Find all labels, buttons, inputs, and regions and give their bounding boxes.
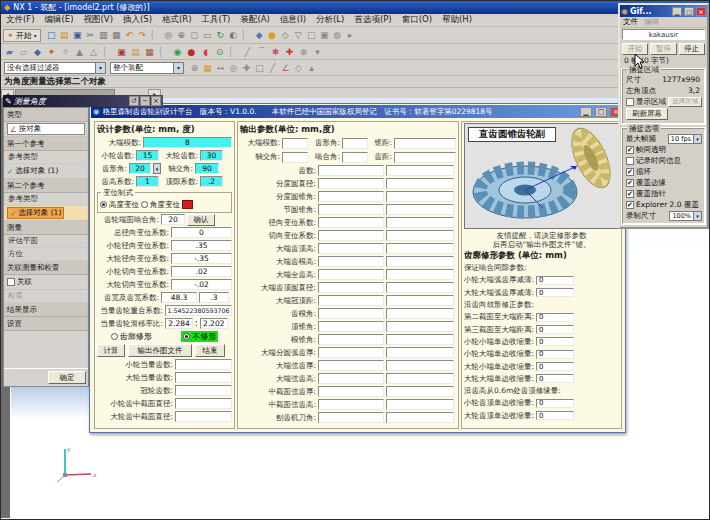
modification-input[interactable]: 0	[536, 288, 574, 297]
modification-input[interactable]: 0	[536, 325, 574, 334]
modification-input[interactable]: 0	[536, 374, 574, 383]
associate-checkbox[interactable]	[7, 278, 15, 286]
menu-item[interactable]: 插入(S)	[118, 14, 157, 26]
eval-plane-item[interactable]: 评估平面	[4, 235, 88, 248]
toolbar-icon[interactable]: ✚	[283, 45, 296, 58]
toolbar-icon[interactable]: ▤	[129, 45, 142, 58]
gear-output-field[interactable]	[386, 256, 454, 267]
chevron-down-icon[interactable]: ▾	[173, 63, 183, 73]
gear-output-field[interactable]	[386, 243, 454, 254]
pinion-output-field[interactable]	[318, 321, 384, 332]
gear-output-field[interactable]	[386, 230, 454, 241]
toolbar-icon[interactable]: ◆	[31, 45, 44, 58]
output-field[interactable]	[342, 152, 368, 163]
section-results[interactable]: 结果显示	[4, 303, 88, 317]
output-field[interactable]	[282, 152, 308, 163]
addendum-coef-input[interactable]: 1	[136, 176, 159, 187]
pinion-output-field[interactable]	[318, 178, 384, 189]
gif-menu-item[interactable]: 编辑	[644, 17, 659, 27]
menu-item[interactable]: 分析(L)	[311, 14, 349, 26]
pinion-output-field[interactable]	[318, 165, 384, 176]
modification-input[interactable]: 0	[536, 350, 574, 359]
pinion-output-field[interactable]	[318, 373, 384, 384]
calculate-button[interactable]: 计算	[97, 344, 125, 357]
menu-item[interactable]: 格式(R)	[157, 14, 197, 26]
toolbar-icon[interactable]: ◆	[253, 29, 266, 42]
modification-input[interactable]: 0	[536, 337, 574, 346]
toolbar-icon[interactable]: ✱	[269, 45, 282, 58]
pinion-output-field[interactable]	[318, 243, 384, 254]
pinion-output-field[interactable]	[318, 191, 384, 202]
toolbar-icon[interactable]: ◖	[199, 45, 212, 58]
section-type[interactable]: 类型	[4, 108, 88, 122]
param-input[interactable]	[175, 411, 232, 422]
close-icon[interactable]: ×	[696, 7, 706, 16]
toolbar-icon[interactable]: ◐	[227, 29, 240, 42]
modification-input[interactable]: 0	[536, 362, 574, 371]
start-button[interactable]: ✦ 开始 ▾	[3, 29, 41, 42]
pinion-output-field[interactable]	[318, 269, 384, 280]
assembly-scope-combo[interactable]: 整个装配 ▾	[110, 62, 184, 74]
slide-ratio2-input[interactable]: 2.202	[200, 318, 228, 329]
output-field[interactable]	[282, 138, 308, 149]
toolbar-icon[interactable]: ◇	[292, 61, 305, 74]
maximize-icon[interactable]: □	[684, 7, 694, 16]
record-size-combo[interactable]: 100% ▾	[669, 211, 702, 221]
menu-item[interactable]: 信息(I)	[275, 14, 311, 26]
menu-item[interactable]: 首选项(P)	[349, 14, 396, 26]
gear-output-field[interactable]	[386, 308, 454, 319]
measure-type-combo[interactable]: ∠ 按对象	[7, 123, 85, 135]
toolbar-icon[interactable]: ▣	[115, 45, 128, 58]
toolbar-icon[interactable]: ●	[266, 29, 279, 42]
face-width-input[interactable]: 48.3	[161, 292, 197, 303]
toolbar-icon[interactable]: □	[253, 61, 266, 74]
toolbar-icon[interactable]: ╱	[266, 61, 279, 74]
toolbar-icon[interactable]: ▲	[73, 45, 86, 58]
toolbar-icon[interactable]: ✧	[59, 45, 72, 58]
reset-icon[interactable]: ↺	[129, 96, 139, 106]
slide-ratio1-input[interactable]: 2.284	[165, 318, 193, 329]
show-region-checkbox[interactable]	[626, 98, 634, 106]
dialog-titlebar[interactable]: ◉ 格里森制齿齿轮副设计平台 版本号：V1.0.0. 本软件已经中国国家版权局登…	[91, 105, 624, 118]
modification-input[interactable]: 0	[536, 313, 574, 322]
chevron-down-icon[interactable]: ▾	[693, 135, 701, 143]
output-plot-file-button[interactable]: 输出作图文件	[128, 344, 192, 357]
toolbar-icon[interactable]: ◻	[188, 29, 201, 42]
pinion-output-field[interactable]	[318, 399, 384, 410]
toolbar-icon[interactable]: ▸	[344, 29, 357, 42]
toolbar-icon[interactable]: ◎	[162, 29, 175, 42]
gear-output-field[interactable]	[386, 360, 454, 371]
minimize-icon[interactable]: ▁	[580, 107, 592, 117]
pinion-output-field[interactable]	[318, 360, 384, 371]
menu-item[interactable]: 装配(A)	[235, 14, 274, 26]
toolbar-icon[interactable]: ↶	[123, 29, 136, 42]
toolbar-icon[interactable]: ▏	[157, 45, 170, 58]
contact-ratio-input[interactable]: 1.54522380593706	[165, 305, 232, 316]
minimize-icon[interactable]: ▁	[672, 7, 682, 16]
modification-input[interactable]: 0	[536, 276, 574, 285]
section-settings[interactable]: 设置	[4, 317, 88, 331]
modification-input[interactable]: 0	[536, 399, 574, 408]
toolbar-icon[interactable]: ▏	[149, 29, 162, 42]
refresh-screen-button[interactable]: 刷新屏幕	[626, 108, 668, 120]
pinion-teeth-input[interactable]: 15	[136, 150, 159, 161]
minimize-icon[interactable]: −	[140, 96, 150, 106]
pinion-output-field[interactable]	[318, 412, 384, 423]
toolbar-icon[interactable]: ▦	[110, 29, 123, 42]
section-association[interactable]: 关联测量和检查	[4, 261, 88, 275]
option-checkbox[interactable]: ✔	[626, 146, 634, 154]
chevron-down-icon[interactable]: ▾	[693, 212, 701, 220]
color-swatch[interactable]	[182, 200, 193, 209]
toolbar-icon[interactable]: ▏	[101, 45, 114, 58]
toolbar-icon[interactable]: ▦	[143, 45, 156, 58]
gear-output-field[interactable]	[386, 399, 454, 410]
option-checkbox[interactable]: ✔	[626, 168, 634, 176]
pinion-output-field[interactable]	[318, 217, 384, 228]
pinion-output-field[interactable]	[318, 230, 384, 241]
toolbar-icon[interactable]: ✂	[84, 29, 97, 42]
gear-output-field[interactable]	[386, 217, 454, 228]
clearance-coef-input[interactable]: .2	[200, 176, 223, 187]
section-second-reference[interactable]: 第二个参考	[4, 179, 88, 193]
gear-output-field[interactable]	[386, 386, 454, 397]
toolbar-icon[interactable]: ✚	[240, 61, 253, 74]
